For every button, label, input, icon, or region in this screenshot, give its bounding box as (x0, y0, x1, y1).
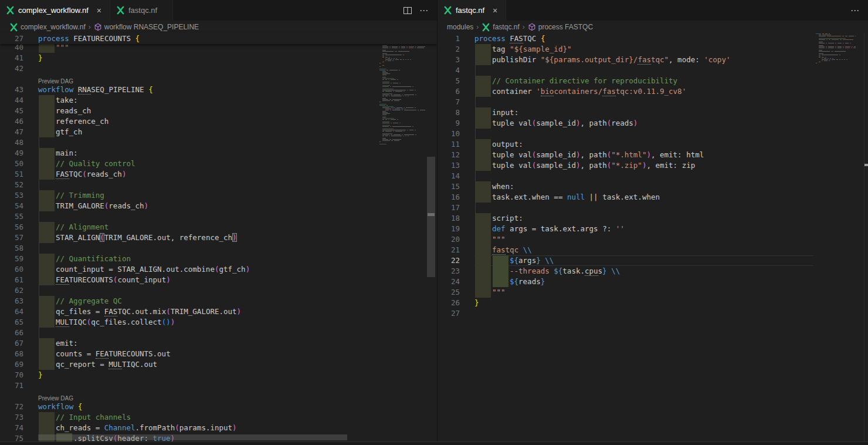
breadcrumb-item[interactable]: complex_workflow.nf (9, 23, 86, 32)
tab-label: fastqc.nf (456, 6, 484, 15)
line-number: 27 (0, 33, 23, 44)
code-line-11[interactable]: 11output: (438, 139, 813, 150)
sticky-scroll-line-27[interactable]: 27process FEATURECOUNTS { (0, 33, 437, 44)
code-line-61[interactable]: 61FEATURECOUNTS(count_input) (0, 275, 387, 285)
code-line-49[interactable]: 49main: (0, 148, 387, 159)
code-line-48[interactable]: 48 (0, 137, 387, 148)
code-line-13[interactable]: 13tuple val(sample_id), path("*.zip"), e… (438, 160, 813, 171)
line-content: task.ext.when == null || task.ext.when (474, 192, 813, 203)
code-line-53[interactable]: 53// Trimming (0, 190, 387, 201)
code-line-70[interactable]: 70} (0, 370, 387, 380)
code-line-14[interactable]: 14 (438, 171, 813, 181)
breadcrumb-item[interactable]: modules (447, 23, 473, 31)
code-line-69[interactable]: 69qc_report = MULTIQC.out (0, 359, 387, 370)
code-line-67[interactable]: 67emit: (0, 338, 387, 349)
code-line-25[interactable]: 25""" (438, 287, 813, 298)
code-line-22[interactable]: 22${args} \\ (438, 255, 813, 266)
line-number: 6 (438, 86, 460, 97)
code-line-19[interactable]: 19def args = task.ext.args ?: '' (438, 224, 813, 234)
code-line-73[interactable]: 73// Input channels (0, 412, 387, 423)
line-content: ${args} \\ (474, 255, 813, 266)
code-line-57[interactable]: 57STAR_ALIGN(TRIM_GALORE.out, reference_… (0, 232, 387, 243)
horizontal-scrollbar-left[interactable] (38, 434, 347, 440)
code-line-3[interactable]: 3publishDir "${params.output_dir}/fastqc… (438, 55, 813, 65)
tab-fastqc-nf[interactable]: fastqc.nf (110, 0, 173, 21)
code-line-1[interactable]: 1process FASTQC { (438, 33, 813, 44)
code-line-68[interactable]: 68counts = FEATURECOUNTS.out (0, 349, 387, 359)
code-editor-left[interactable]: 40"""41}42Preview DAG43workflow RNASEQ_P… (0, 33, 437, 445)
tab-complex_workflow-nf[interactable]: complex_workflow.nf× (0, 0, 110, 21)
code-line-21[interactable]: 21fastqc \\ (438, 245, 813, 255)
codelens-preview-dag[interactable]: Preview DAG (38, 74, 73, 85)
code-line-15[interactable]: 15when: (438, 181, 813, 192)
code-line-64[interactable]: 64qc_files = FASTQC.out.mix(TRIM_GALORE.… (0, 306, 387, 317)
code-line-56[interactable]: 56// Alignment (0, 222, 387, 232)
code-line-63[interactable]: 63// Aggregate QC (0, 296, 387, 306)
code-line-6[interactable]: 6container 'biocontainers/fastqc:v0.11.9… (438, 86, 813, 97)
code-line-51[interactable]: 51FASTQC(reads_ch) (0, 169, 387, 180)
code-line-10[interactable]: 10 (438, 129, 813, 139)
minimap-left[interactable] (378, 33, 430, 146)
code-editor-right[interactable]: 1process FASTQC {2tag "${sample_id}"3pub… (438, 33, 868, 445)
code-line-42[interactable]: 42 (0, 63, 387, 74)
code-line-5[interactable]: 5// Container directive for reproducibil… (438, 76, 813, 86)
code-line-71[interactable]: 71 (0, 380, 387, 391)
code-line-12[interactable]: 12tuple val(sample_id), path("*.html"), … (438, 150, 813, 160)
code-line-62[interactable]: 62 (0, 285, 387, 296)
code-line-50[interactable]: 50// Quality control (0, 159, 387, 169)
code-line-43[interactable]: 43workflow RNASEQ_PIPELINE { (0, 85, 387, 95)
breadcrumb-item[interactable]: fastqc.nf (482, 23, 519, 32)
code-line-58[interactable]: 58 (0, 243, 387, 254)
code-line-17[interactable]: 17 (438, 203, 813, 213)
close-tab-icon[interactable]: × (94, 6, 104, 15)
breadcrumb-item[interactable]: process FASTQC (528, 23, 593, 31)
line-number: 10 (438, 129, 460, 139)
breadcrumb-item[interactable]: workflow RNASEQ_PIPELINE (94, 23, 199, 31)
line-number: 66 (0, 328, 23, 338)
code-line-18[interactable]: 18script: (438, 213, 813, 224)
code-line-52[interactable]: 52 (0, 180, 387, 190)
breadcrumb-label: complex_workflow.nf (21, 23, 86, 31)
code-line-9[interactable]: 9tuple val(sample_id), path(reads) (438, 118, 813, 129)
line-number: 23 (438, 266, 460, 277)
vertical-scrollbar-left[interactable] (427, 157, 435, 277)
line-number: 70 (0, 370, 23, 380)
code-line-2[interactable]: 2tag "${sample_id}" (438, 44, 813, 55)
tab-fastqc-nf[interactable]: fastqc.nf× (438, 0, 506, 21)
line-content (38, 180, 387, 190)
code-line-46[interactable]: 46reference_ch (0, 116, 387, 127)
code-line-47[interactable]: 47gtf_ch (0, 127, 387, 137)
codelens-preview-dag[interactable]: Preview DAG (38, 391, 73, 402)
line-number: 26 (438, 298, 460, 308)
code-line-66[interactable]: 66 (0, 328, 387, 338)
line-content: tuple val(sample_id), path("*.zip"), emi… (474, 160, 813, 171)
code-line-23[interactable]: 23--threads ${task.cpus} \\ (438, 266, 813, 277)
code-line-72[interactable]: 72workflow { (0, 402, 387, 412)
more-actions-icon[interactable]: ⋯ (850, 8, 860, 14)
code-line-59[interactable]: 59// Quantification (0, 254, 387, 264)
code-line-24[interactable]: 24${reads} (438, 277, 813, 287)
code-line-60[interactable]: 60count_input = STAR_ALIGN.out.combine(g… (0, 264, 387, 275)
indent-guide (39, 243, 39, 254)
code-line-44[interactable]: 44take: (0, 95, 387, 106)
line-content: ${reads} (474, 277, 813, 287)
code-line-74[interactable]: 74ch_reads = Channel.fromPath(params.inp… (0, 423, 387, 433)
code-line-4[interactable]: 4 (438, 65, 813, 76)
close-tab-icon[interactable]: × (490, 6, 500, 15)
code-line-54[interactable]: 54TRIM_GALORE(reads_ch) (0, 201, 387, 211)
code-line-45[interactable]: 45reads_ch (0, 106, 387, 116)
code-line-55[interactable]: 55 (0, 211, 387, 222)
code-line-7[interactable]: 7 (438, 97, 813, 107)
line-number: 21 (438, 245, 460, 255)
code-line-26[interactable]: 26} (438, 298, 813, 308)
code-line-65[interactable]: 65MULTIQC(qc_files.collect()) (0, 317, 387, 328)
more-actions-icon[interactable]: ⋯ (419, 8, 429, 14)
code-line-8[interactable]: 8input: (438, 107, 813, 118)
code-line-20[interactable]: 20""" (438, 234, 813, 245)
split-editor-icon[interactable] (403, 6, 412, 15)
minimap-right[interactable] (815, 33, 856, 66)
code-line-27[interactable]: 27 (438, 308, 813, 319)
code-line-41[interactable]: 41} (0, 53, 387, 63)
line-number: 16 (438, 192, 460, 203)
code-line-16[interactable]: 16task.ext.when == null || task.ext.when (438, 192, 813, 203)
